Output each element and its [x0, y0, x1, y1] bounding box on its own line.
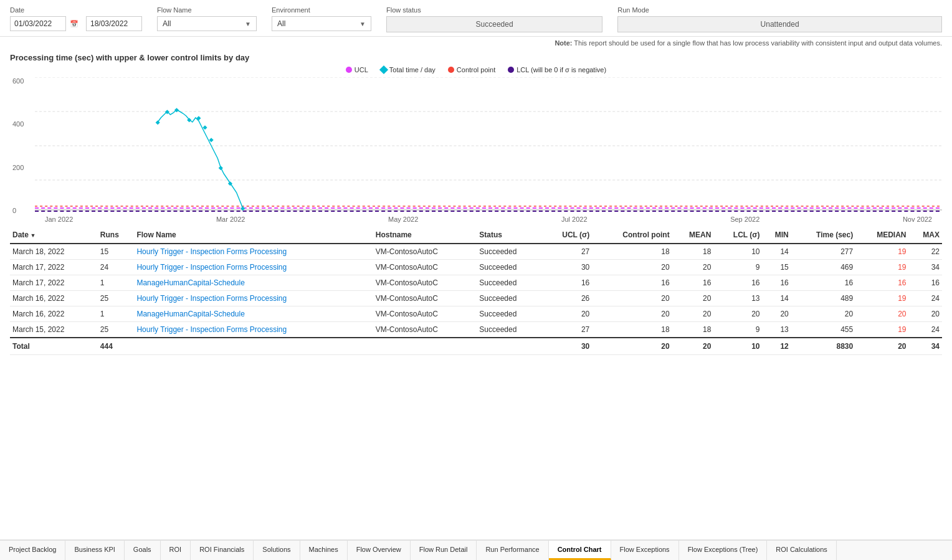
cell-time-sec: 455: [791, 322, 855, 338]
chart-section: Processing time (sec) with upper & lower…: [0, 49, 952, 227]
cell-max: 22: [908, 244, 942, 260]
date-from-input[interactable]: [10, 16, 66, 31]
x-label-jul: Jul 2022: [561, 216, 588, 223]
total-mean: 20: [672, 338, 714, 355]
cell-control-point: 20: [592, 291, 672, 306]
cell-hostname: VM-ContosoAutoC: [373, 275, 477, 291]
cell-min: 14: [763, 244, 791, 260]
environment-value: All: [277, 19, 285, 28]
cell-lcl: 10: [713, 244, 762, 260]
flowname-dropdown[interactable]: All ▼: [157, 16, 257, 31]
th-flowname: Flow Name: [134, 227, 373, 244]
cell-runs: 15: [98, 244, 135, 260]
table-row: March 16, 2022 1 ManageHumanCapital-Sche…: [10, 306, 942, 322]
cell-status: Succeeded: [477, 244, 542, 260]
calendar-icon[interactable]: 📅: [70, 20, 79, 28]
bottom-tab-bar: Project BacklogBusiness KPIGoalsROIROI F…: [0, 539, 952, 560]
svg-rect-15: [219, 166, 223, 170]
y-label-400: 400: [12, 120, 32, 128]
filter-bar: Date 📅 Flow Name All ▼ Environment All ▼…: [0, 0, 952, 37]
total-hostname: [373, 338, 477, 355]
total-ucl: 30: [542, 338, 592, 355]
table-row: March 16, 2022 25 Hourly Trigger - Inspe…: [10, 291, 942, 306]
tab-flow-run-detail[interactable]: Flow Run Detail: [411, 541, 477, 560]
cell-median: 16: [855, 275, 908, 291]
cell-lcl: 9: [713, 260, 762, 275]
tab-flow-exceptions[interactable]: Flow Exceptions: [611, 541, 679, 560]
cell-ucl: 30: [542, 260, 592, 275]
flow-status-label: Flow status: [386, 6, 602, 14]
cell-flowname[interactable]: ManageHumanCapital-Schedule: [134, 306, 373, 322]
y-axis-labels: 600 400 200 0: [10, 77, 35, 214]
tab-flow-exceptions-tree[interactable]: Flow Exceptions (Tree): [679, 541, 768, 560]
cell-hostname: VM-ContosoAutoC: [373, 291, 477, 306]
th-control-point: Control point: [592, 227, 672, 244]
run-mode-button[interactable]: Unattended: [617, 16, 942, 32]
run-mode-filter-group: Run Mode Unattended: [617, 6, 942, 32]
cell-runs: 25: [98, 291, 135, 306]
cell-min: 15: [763, 260, 791, 275]
cell-ucl: 20: [542, 306, 592, 322]
tab-roi-calculations[interactable]: ROI Calculations: [767, 541, 837, 560]
th-time-sec: Time (sec): [791, 227, 855, 244]
cell-ucl: 26: [542, 291, 592, 306]
note-strong: Note:: [555, 39, 572, 47]
th-mean: MEAN: [672, 227, 714, 244]
cell-runs: 1: [98, 275, 135, 291]
flowname-label: Flow Name: [157, 6, 257, 14]
date-to-input[interactable]: [86, 16, 142, 31]
cell-control-point: 20: [592, 306, 672, 322]
total-median: 20: [855, 338, 908, 355]
cell-ucl: 27: [542, 322, 592, 338]
chart-wrapper: 600 400 200 0: [10, 77, 942, 214]
tab-machines[interactable]: Machines: [300, 541, 348, 560]
cell-flowname[interactable]: Hourly Trigger - Inspection Forms Proces…: [134, 291, 373, 306]
th-median: MEDIAN: [855, 227, 908, 244]
cell-flowname[interactable]: Hourly Trigger - Inspection Forms Proces…: [134, 260, 373, 275]
cell-mean: 18: [672, 322, 714, 338]
cell-runs: 24: [98, 260, 135, 275]
cell-min: 20: [763, 306, 791, 322]
tab-goals[interactable]: Goals: [125, 541, 161, 560]
cell-max: 16: [908, 275, 942, 291]
run-mode-label: Run Mode: [617, 6, 942, 14]
total-time-legend-icon: [379, 65, 388, 74]
x-axis-labels: Jan 2022 Mar 2022 May 2022 Jul 2022 Sep …: [10, 214, 942, 224]
x-label-sep: Sep 2022: [730, 216, 759, 223]
tab-solutions[interactable]: Solutions: [254, 541, 300, 560]
tab-roi-financials[interactable]: ROI Financials: [191, 541, 254, 560]
tab-roi[interactable]: ROI: [161, 541, 191, 560]
tab-control-chart[interactable]: Control Chart: [549, 541, 611, 560]
cell-flowname[interactable]: Hourly Trigger - Inspection Forms Proces…: [134, 244, 373, 260]
tab-flow-overview[interactable]: Flow Overview: [348, 541, 411, 560]
x-label-nov: Nov 2022: [903, 216, 932, 223]
th-ucl: UCL (σ): [542, 227, 592, 244]
flow-status-button[interactable]: Succeeded: [386, 16, 602, 32]
cell-flowname[interactable]: Hourly Trigger - Inspection Forms Proces…: [134, 322, 373, 338]
environment-filter-group: Environment All ▼: [272, 6, 371, 31]
tab-business-kpi[interactable]: Business KPI: [65, 541, 124, 560]
table-row: March 18, 2022 15 Hourly Trigger - Inspe…: [10, 244, 942, 260]
tab-project-backlog[interactable]: Project Backlog: [0, 541, 65, 560]
th-date: Date: [10, 227, 98, 244]
th-lcl: LCL (σ): [713, 227, 762, 244]
tab-container: Project BacklogBusiness KPIGoalsROIROI F…: [0, 541, 837, 560]
cell-flowname[interactable]: ManageHumanCapital-Schedule: [134, 275, 373, 291]
y-label-600: 600: [12, 77, 32, 85]
chart-legend: UCL Total time / day Control point LCL (…: [10, 66, 942, 74]
total-runs: 444: [98, 338, 135, 355]
ucl-legend-dot: [346, 67, 352, 73]
date-filter-row: 📅: [10, 16, 142, 31]
cell-median: 19: [855, 291, 908, 306]
data-line: [158, 110, 242, 208]
cell-control-point: 18: [592, 322, 672, 338]
legend-lcl: LCL (will be 0 if σ is negative): [508, 66, 606, 74]
tab-run-performance[interactable]: Run Performance: [477, 541, 548, 560]
control-point-legend-label: Control point: [457, 66, 495, 74]
cell-median: 20: [855, 306, 908, 322]
lcl-legend-label: LCL (will be 0 if σ is negative): [516, 66, 606, 74]
y-label-0: 0: [12, 207, 32, 214]
lcl-legend-dot: [508, 67, 514, 73]
control-point-legend-dot: [448, 67, 454, 73]
environment-dropdown[interactable]: All ▼: [272, 16, 371, 31]
